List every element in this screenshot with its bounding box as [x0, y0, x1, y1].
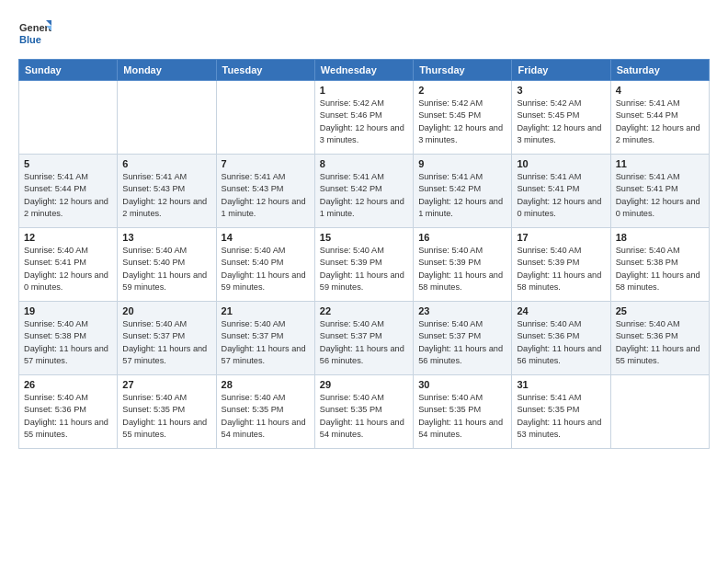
week-row-3: 12 Sunrise: 5:40 AMSunset: 5:41 PMDaylig… — [19, 228, 710, 302]
day-cell: 2 Sunrise: 5:42 AMSunset: 5:45 PMDayligh… — [414, 81, 512, 155]
day-number: 11 — [616, 158, 704, 169]
day-cell: 5 Sunrise: 5:41 AMSunset: 5:44 PMDayligh… — [19, 155, 118, 228]
day-cell: 25 Sunrise: 5:40 AMSunset: 5:36 PMDaylig… — [610, 302, 709, 375]
day-cell: 18 Sunrise: 5:40 AMSunset: 5:38 PMDaylig… — [610, 228, 709, 302]
week-row-2: 5 Sunrise: 5:41 AMSunset: 5:44 PMDayligh… — [19, 155, 710, 228]
day-number: 25 — [616, 305, 704, 316]
day-number: 8 — [320, 158, 408, 169]
day-info: Sunrise: 5:40 AMSunset: 5:40 PMDaylight:… — [222, 245, 310, 293]
day-number: 22 — [320, 305, 408, 316]
day-cell: 12 Sunrise: 5:40 AMSunset: 5:41 PMDaylig… — [19, 228, 118, 302]
day-info: Sunrise: 5:40 AMSunset: 5:37 PMDaylight:… — [320, 318, 408, 367]
day-number: 2 — [418, 85, 506, 96]
day-info: Sunrise: 5:41 AMSunset: 5:43 PMDaylight:… — [122, 171, 210, 220]
day-cell: 24 Sunrise: 5:40 AMSunset: 5:36 PMDaylig… — [512, 302, 610, 375]
weekday-header-thursday: Thursday — [414, 60, 512, 81]
day-info: Sunrise: 5:40 AMSunset: 5:35 PMDaylight:… — [418, 392, 506, 441]
week-row-1: 1 Sunrise: 5:42 AMSunset: 5:46 PMDayligh… — [19, 81, 710, 155]
day-number: 4 — [616, 85, 704, 96]
day-number: 5 — [24, 158, 112, 169]
day-cell: 4 Sunrise: 5:41 AMSunset: 5:44 PMDayligh… — [610, 81, 709, 155]
day-cell: 31 Sunrise: 5:41 AMSunset: 5:35 PMDaylig… — [512, 375, 610, 449]
day-info: Sunrise: 5:42 AMSunset: 5:46 PMDaylight:… — [320, 98, 408, 146]
day-number: 21 — [222, 305, 310, 316]
day-number: 20 — [122, 305, 210, 316]
day-cell — [118, 81, 216, 155]
day-cell: 20 Sunrise: 5:40 AMSunset: 5:37 PMDaylig… — [118, 302, 216, 375]
day-cell: 22 Sunrise: 5:40 AMSunset: 5:37 PMDaylig… — [314, 302, 413, 375]
day-cell: 26 Sunrise: 5:40 AMSunset: 5:36 PMDaylig… — [19, 375, 118, 449]
day-number: 19 — [24, 305, 112, 316]
day-number: 7 — [222, 158, 310, 169]
day-cell: 13 Sunrise: 5:40 AMSunset: 5:40 PMDaylig… — [118, 228, 216, 302]
svg-text:Blue: Blue — [19, 34, 41, 45]
day-number: 27 — [122, 379, 210, 390]
day-info: Sunrise: 5:41 AMSunset: 5:41 PMDaylight:… — [616, 171, 704, 220]
day-number: 3 — [517, 85, 605, 96]
day-cell: 11 Sunrise: 5:41 AMSunset: 5:41 PMDaylig… — [610, 155, 709, 228]
day-cell: 30 Sunrise: 5:40 AMSunset: 5:35 PMDaylig… — [414, 375, 512, 449]
day-info: Sunrise: 5:40 AMSunset: 5:39 PMDaylight:… — [320, 245, 408, 293]
day-number: 23 — [418, 305, 506, 316]
day-info: Sunrise: 5:40 AMSunset: 5:38 PMDaylight:… — [24, 318, 112, 367]
week-row-4: 19 Sunrise: 5:40 AMSunset: 5:38 PMDaylig… — [19, 302, 710, 375]
week-row-5: 26 Sunrise: 5:40 AMSunset: 5:36 PMDaylig… — [19, 375, 710, 449]
day-info: Sunrise: 5:40 AMSunset: 5:36 PMDaylight:… — [517, 318, 605, 367]
day-cell: 23 Sunrise: 5:40 AMSunset: 5:37 PMDaylig… — [414, 302, 512, 375]
day-info: Sunrise: 5:40 AMSunset: 5:36 PMDaylight:… — [616, 318, 704, 367]
page: General Blue SundayMondayTuesdayWednesda… — [0, 0, 728, 563]
day-cell: 10 Sunrise: 5:41 AMSunset: 5:41 PMDaylig… — [512, 155, 610, 228]
day-info: Sunrise: 5:40 AMSunset: 5:35 PMDaylight:… — [122, 392, 210, 441]
day-info: Sunrise: 5:41 AMSunset: 5:42 PMDaylight:… — [320, 171, 408, 220]
day-info: Sunrise: 5:41 AMSunset: 5:42 PMDaylight:… — [418, 171, 506, 220]
weekday-header-sunday: Sunday — [19, 60, 118, 81]
weekday-header-friday: Friday — [512, 60, 610, 81]
day-info: Sunrise: 5:40 AMSunset: 5:37 PMDaylight:… — [222, 318, 310, 367]
day-cell: 17 Sunrise: 5:40 AMSunset: 5:39 PMDaylig… — [512, 228, 610, 302]
day-number: 14 — [222, 232, 310, 243]
day-info: Sunrise: 5:42 AMSunset: 5:45 PMDaylight:… — [517, 98, 605, 146]
day-info: Sunrise: 5:40 AMSunset: 5:37 PMDaylight:… — [418, 318, 506, 367]
day-cell: 7 Sunrise: 5:41 AMSunset: 5:43 PMDayligh… — [216, 155, 314, 228]
day-cell: 6 Sunrise: 5:41 AMSunset: 5:43 PMDayligh… — [118, 155, 216, 228]
day-info: Sunrise: 5:40 AMSunset: 5:35 PMDaylight:… — [320, 392, 408, 441]
day-info: Sunrise: 5:40 AMSunset: 5:40 PMDaylight:… — [122, 245, 210, 293]
day-number: 28 — [222, 379, 310, 390]
day-cell: 15 Sunrise: 5:40 AMSunset: 5:39 PMDaylig… — [314, 228, 413, 302]
day-number: 17 — [517, 232, 605, 243]
day-cell — [610, 375, 709, 449]
day-info: Sunrise: 5:40 AMSunset: 5:38 PMDaylight:… — [616, 245, 704, 293]
day-number: 1 — [320, 85, 408, 96]
day-info: Sunrise: 5:41 AMSunset: 5:44 PMDaylight:… — [616, 98, 704, 146]
day-cell: 1 Sunrise: 5:42 AMSunset: 5:46 PMDayligh… — [314, 81, 413, 155]
day-cell: 27 Sunrise: 5:40 AMSunset: 5:35 PMDaylig… — [118, 375, 216, 449]
day-number: 10 — [517, 158, 605, 169]
day-info: Sunrise: 5:40 AMSunset: 5:39 PMDaylight:… — [517, 245, 605, 293]
day-info: Sunrise: 5:42 AMSunset: 5:45 PMDaylight:… — [418, 98, 506, 146]
logo-svg: General Blue — [18, 17, 51, 50]
day-cell: 28 Sunrise: 5:40 AMSunset: 5:35 PMDaylig… — [216, 375, 314, 449]
day-number: 6 — [122, 158, 210, 169]
day-number: 9 — [418, 158, 506, 169]
day-info: Sunrise: 5:40 AMSunset: 5:37 PMDaylight:… — [122, 318, 210, 367]
day-number: 16 — [418, 232, 506, 243]
weekday-header-wednesday: Wednesday — [314, 60, 413, 81]
day-cell — [19, 81, 118, 155]
calendar-table: SundayMondayTuesdayWednesdayThursdayFrid… — [18, 59, 710, 449]
day-cell: 14 Sunrise: 5:40 AMSunset: 5:40 PMDaylig… — [216, 228, 314, 302]
day-number: 30 — [418, 379, 506, 390]
weekday-header-monday: Monday — [118, 60, 216, 81]
day-cell: 9 Sunrise: 5:41 AMSunset: 5:42 PMDayligh… — [414, 155, 512, 228]
weekday-header-row: SundayMondayTuesdayWednesdayThursdayFrid… — [19, 60, 710, 81]
day-number: 15 — [320, 232, 408, 243]
day-info: Sunrise: 5:41 AMSunset: 5:44 PMDaylight:… — [24, 171, 112, 220]
day-info: Sunrise: 5:41 AMSunset: 5:35 PMDaylight:… — [517, 392, 605, 441]
day-cell: 3 Sunrise: 5:42 AMSunset: 5:45 PMDayligh… — [512, 81, 610, 155]
weekday-header-tuesday: Tuesday — [216, 60, 314, 81]
day-number: 26 — [24, 379, 112, 390]
day-info: Sunrise: 5:40 AMSunset: 5:35 PMDaylight:… — [222, 392, 310, 441]
day-number: 12 — [24, 232, 112, 243]
day-info: Sunrise: 5:40 AMSunset: 5:39 PMDaylight:… — [418, 245, 506, 293]
day-cell: 16 Sunrise: 5:40 AMSunset: 5:39 PMDaylig… — [414, 228, 512, 302]
logo: General Blue — [18, 17, 51, 50]
